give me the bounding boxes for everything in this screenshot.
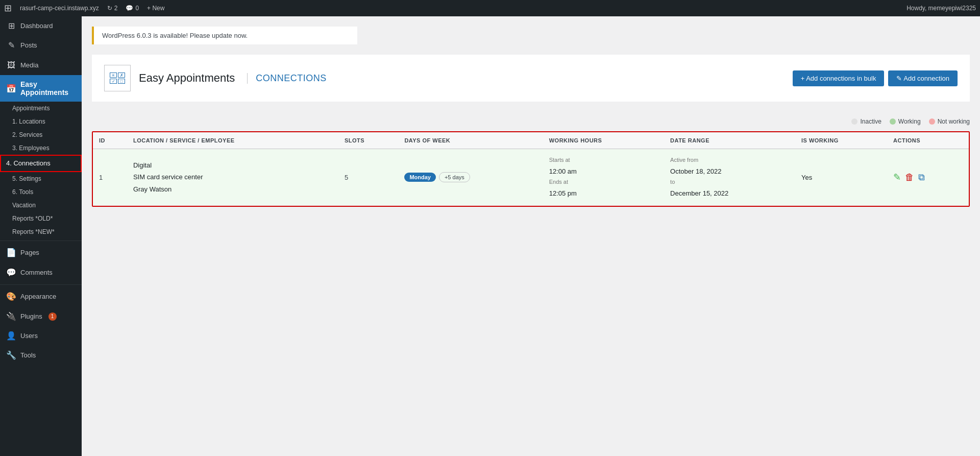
- legend-inactive-label: Inactive: [860, 118, 881, 125]
- sidebar-item-plugins[interactable]: 🔌 Plugins 1: [0, 307, 82, 326]
- wh-starts-time: 12:00 am: [549, 165, 658, 177]
- main-content: WordPress 6.0.3 is available! Please upd…: [82, 16, 980, 456]
- date-range: Active from October 18, 2022 to December…: [670, 155, 789, 199]
- sidebar-item-reports-old[interactable]: Reports *OLD*: [0, 212, 82, 225]
- badge-extra-days: +5 days: [439, 172, 470, 182]
- copy-button[interactable]: ⧉: [918, 172, 925, 183]
- sidebar-item-vacation[interactable]: Vacation: [0, 199, 82, 212]
- tools-icon: 🔧: [6, 350, 16, 361]
- sidebar-item-reports-new[interactable]: Reports *NEW*: [0, 225, 82, 238]
- site-url: rasurf-camp-ceci.instawp.xyz: [20, 5, 99, 12]
- sidebar-item-locations[interactable]: 1. Locations: [0, 115, 82, 128]
- dr-active-label: Active from: [670, 155, 789, 165]
- appearance-label: Appearance: [20, 292, 56, 301]
- services-label: 2. Services: [12, 131, 42, 138]
- update-notice: WordPress 6.0.3 is available! Please upd…: [92, 27, 357, 44]
- appearance-icon: 🎨: [6, 291, 16, 302]
- delete-button[interactable]: 🗑: [905, 172, 914, 183]
- users-icon: 👤: [6, 330, 16, 342]
- cell-slots: 5: [338, 149, 398, 206]
- header-actions: + Add connections in bulk ✎ Add connecti…: [793, 70, 958, 86]
- service-name: SIM card service center: [133, 171, 332, 183]
- dr-active-to: December 15, 2022: [670, 187, 789, 199]
- dashboard-icon: ⊞: [6, 20, 16, 32]
- legend: Inactive Working Not working: [92, 118, 970, 125]
- edit-button[interactable]: ✎: [893, 172, 901, 183]
- connections-label: 4. Connections: [6, 159, 51, 168]
- sidebar-item-easy-appointments[interactable]: 📅 Easy Appointments: [0, 75, 82, 102]
- legend-inactive-dot: [851, 118, 857, 125]
- sidebar-item-tools2[interactable]: 🔧 Tools: [0, 346, 82, 365]
- legend-not-working: Not working: [929, 118, 970, 125]
- comments-sidebar-icon: 💬: [6, 267, 16, 278]
- legend-working-label: Working: [898, 118, 921, 125]
- col-is-working: IS WORKING: [795, 132, 887, 149]
- sidebar-item-media[interactable]: 🖼 Media: [0, 56, 82, 75]
- connections-area: Inactive Working Not working ID: [92, 110, 970, 215]
- media-icon: 🖼: [6, 60, 16, 71]
- col-id: ID: [93, 132, 127, 149]
- media-label: Media: [20, 61, 38, 70]
- col-actions: ACTIONS: [887, 132, 969, 149]
- reports-old-label: Reports *OLD*: [12, 215, 53, 222]
- howdy-text: Howdy, memeyepiwi2325: [906, 5, 976, 12]
- sidebar-item-dashboard[interactable]: ⊞ Dashboard: [0, 16, 82, 36]
- new-item[interactable]: + New: [147, 5, 164, 12]
- cell-id: 1: [93, 149, 127, 206]
- col-range: DATE RANGE: [664, 132, 795, 149]
- appointments-label: Appointments: [12, 105, 50, 112]
- sidebar-item-tools[interactable]: 6. Tools: [0, 185, 82, 199]
- updates-icon: ↻: [107, 5, 112, 12]
- sidebar-item-employees[interactable]: 3. Employees: [0, 141, 82, 155]
- employee-name: Gray Watson: [133, 183, 332, 195]
- comments-icon: 💬: [126, 5, 133, 12]
- sidebar-item-comments[interactable]: 💬 Comments: [0, 263, 82, 282]
- sidebar-divider2: [0, 284, 82, 285]
- cell-is-working: Yes: [795, 149, 887, 206]
- logo-cell-3: ✓: [110, 79, 117, 84]
- dashboard-label: Dashboard: [20, 21, 53, 31]
- sidebar-item-appointments[interactable]: Appointments: [0, 102, 82, 115]
- comments-item[interactable]: 💬 0: [126, 5, 139, 12]
- sidebar-item-posts[interactable]: ✎ Posts: [0, 36, 82, 55]
- posts-label: Posts: [20, 41, 37, 50]
- users-label: Users: [20, 331, 38, 341]
- sidebar-item-settings[interactable]: 5. Settings: [0, 172, 82, 185]
- settings-label: 5. Settings: [12, 175, 41, 182]
- legend-not-working-label: Not working: [938, 118, 970, 125]
- wp-logo-icon: ⊞: [4, 3, 12, 14]
- connections-tab[interactable]: CONNECTIONS: [247, 73, 327, 84]
- comments-count: 0: [135, 5, 139, 12]
- site-name[interactable]: rasurf-camp-ceci.instawp.xyz: [20, 5, 99, 12]
- pages-label: Pages: [20, 248, 39, 257]
- sidebar-item-services[interactable]: 2. Services: [0, 128, 82, 141]
- sidebar-item-users[interactable]: 👤 Users: [0, 326, 82, 346]
- reports-new-label: Reports *NEW*: [12, 228, 55, 235]
- employees-label: 3. Employees: [12, 145, 50, 152]
- updates-item[interactable]: ↻ 2: [107, 5, 118, 12]
- sidebar-item-connections[interactable]: 4. Connections: [0, 155, 82, 172]
- updates-count: 2: [114, 5, 118, 12]
- add-connections-bulk-button[interactable]: + Add connections in bulk: [793, 70, 885, 86]
- tools-label: 6. Tools: [12, 188, 33, 196]
- cell-actions: ✎ 🗑 ⧉: [887, 149, 969, 206]
- logo-cell-4: □: [118, 79, 125, 84]
- table-row: 1 Digital SIM card service center Gray W…: [93, 149, 969, 206]
- sidebar-divider: [0, 241, 82, 241]
- sidebar-item-pages[interactable]: 📄 Pages: [0, 243, 82, 262]
- posts-icon: ✎: [6, 40, 16, 51]
- col-slots: SLOTS: [338, 132, 398, 149]
- add-connection-button[interactable]: ✎ Add connection: [888, 70, 958, 86]
- plugin-header: ≡ ✗ ✓ □ Easy Appointments CONNECTIONS + …: [92, 55, 970, 102]
- new-label: + New: [147, 5, 164, 12]
- row-id: 1: [99, 174, 103, 181]
- sidebar-item-appearance[interactable]: 🎨 Appearance: [0, 287, 82, 306]
- calendar-icon: 📅: [6, 84, 16, 93]
- layout: ⊞ Dashboard ✎ Posts 🖼 Media 📅 Easy Appoi…: [0, 16, 980, 456]
- logo-cell-1: ≡: [110, 73, 117, 78]
- lse-container: Digital SIM card service center Gray Wat…: [133, 159, 332, 195]
- tools2-label: Tools: [20, 351, 36, 360]
- cell-location-service-employee: Digital SIM card service center Gray Wat…: [127, 149, 338, 206]
- plugins-label: Plugins: [20, 312, 42, 321]
- vacation-label: Vacation: [12, 202, 36, 209]
